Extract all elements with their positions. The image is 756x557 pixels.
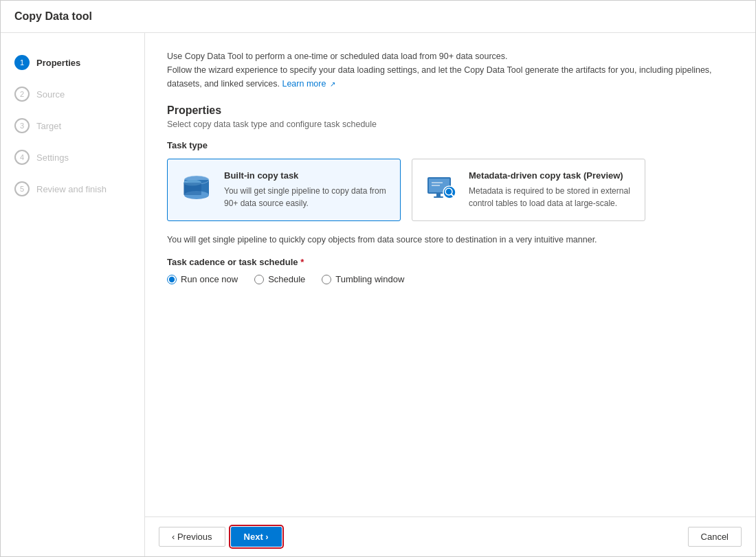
radio-tumbling-label: Tumbling window xyxy=(335,274,404,284)
sidebar-item-settings[interactable]: 4 Settings xyxy=(1,141,144,173)
sidebar-label-settings: Settings xyxy=(36,152,69,163)
sidebar-item-source[interactable]: 2 Source xyxy=(1,78,144,110)
next-button[interactable]: Next › xyxy=(231,527,282,547)
radio-schedule-input[interactable] xyxy=(254,275,264,284)
builtin-icon xyxy=(179,170,214,206)
radio-schedule-label: Schedule xyxy=(268,274,305,284)
sidebar: 1 Properties 2 Source 3 Target 4 Setting… xyxy=(1,33,145,556)
cancel-button[interactable]: Cancel xyxy=(688,527,742,547)
info-text: You will get single pipeline to quickly … xyxy=(167,235,733,245)
sidebar-item-target[interactable]: 3 Target xyxy=(1,110,144,141)
cadence-label: Task cadence or task schedule * xyxy=(167,257,733,267)
dialog-body: 1 Properties 2 Source 3 Target 4 Setting… xyxy=(1,33,755,556)
required-star: * xyxy=(300,257,304,267)
copy-data-tool-dialog: Copy Data tool 1 Properties 2 Source 3 T… xyxy=(0,0,756,557)
previous-button[interactable]: ‹ Previous xyxy=(159,527,225,547)
builtin-card-desc: You will get single pipeline to copy dat… xyxy=(224,185,389,209)
radio-run-once[interactable]: Run once now xyxy=(167,274,238,284)
sidebar-label-target: Target xyxy=(36,121,61,131)
dialog-header: Copy Data tool xyxy=(1,1,755,33)
step-num-4: 4 xyxy=(14,150,30,165)
sidebar-item-review[interactable]: 5 Review and finish xyxy=(1,173,144,205)
sidebar-item-properties[interactable]: 1 Properties xyxy=(1,47,144,78)
radio-schedule[interactable]: Schedule xyxy=(254,274,305,284)
builtin-card-text: Built-in copy task You will get single p… xyxy=(224,170,389,209)
footer-left: ‹ Previous Next › xyxy=(159,527,282,547)
learn-more-link[interactable]: Learn more ↗ xyxy=(282,79,335,89)
section-title: Properties xyxy=(167,104,733,117)
step-num-3: 3 xyxy=(14,118,30,133)
intro-line2: Follow the wizard experience to specify … xyxy=(167,65,712,89)
sidebar-label-source: Source xyxy=(36,89,65,100)
sidebar-label-review: Review and finish xyxy=(36,184,107,194)
previous-chevron-icon: ‹ xyxy=(172,532,177,542)
task-type-label: Task type xyxy=(167,140,733,150)
svg-rect-14 xyxy=(434,196,443,198)
radio-tumbling-input[interactable] xyxy=(322,275,331,284)
sidebar-label-properties: Properties xyxy=(36,58,80,68)
intro-line1: Use Copy Data Tool to perform a one-time… xyxy=(167,52,508,61)
metadata-card-title: Metadata-driven copy task (Preview) xyxy=(469,170,634,181)
builtin-card-title: Built-in copy task xyxy=(224,170,389,181)
next-chevron-icon: › xyxy=(263,532,269,542)
section-subtitle: Select copy data task type and configure… xyxy=(167,120,733,129)
metadata-card-text: Metadata-driven copy task (Preview) Meta… xyxy=(469,170,634,209)
footer: ‹ Previous Next › Cancel xyxy=(145,516,755,556)
svg-rect-13 xyxy=(436,194,441,196)
metadata-copy-task-card[interactable]: Metadata-driven copy task (Preview) Meta… xyxy=(412,159,645,221)
metadata-icon xyxy=(423,170,459,206)
intro-text: Use Copy Data Tool to perform a one-time… xyxy=(167,49,733,91)
step-num-2: 2 xyxy=(14,87,30,102)
radio-run-once-label: Run once now xyxy=(181,274,238,284)
main-content: Use Copy Data Tool to perform a one-time… xyxy=(145,33,755,556)
svg-rect-5 xyxy=(184,183,201,195)
radio-run-once-input[interactable] xyxy=(167,275,177,284)
content-area: Use Copy Data Tool to perform a one-time… xyxy=(145,33,755,516)
step-num-1: 1 xyxy=(14,55,30,70)
task-cards: Built-in copy task You will get single p… xyxy=(167,159,733,221)
dialog-title: Copy Data tool xyxy=(14,10,742,23)
step-num-5: 5 xyxy=(14,181,30,196)
external-link-icon: ↗ xyxy=(330,80,335,88)
radio-tumbling[interactable]: Tumbling window xyxy=(322,274,404,284)
builtin-copy-task-card[interactable]: Built-in copy task You will get single p… xyxy=(167,159,401,221)
radio-group-cadence: Run once now Schedule Tumbling window xyxy=(167,274,733,284)
metadata-card-desc: Metadata is required to be stored in ext… xyxy=(469,185,634,209)
